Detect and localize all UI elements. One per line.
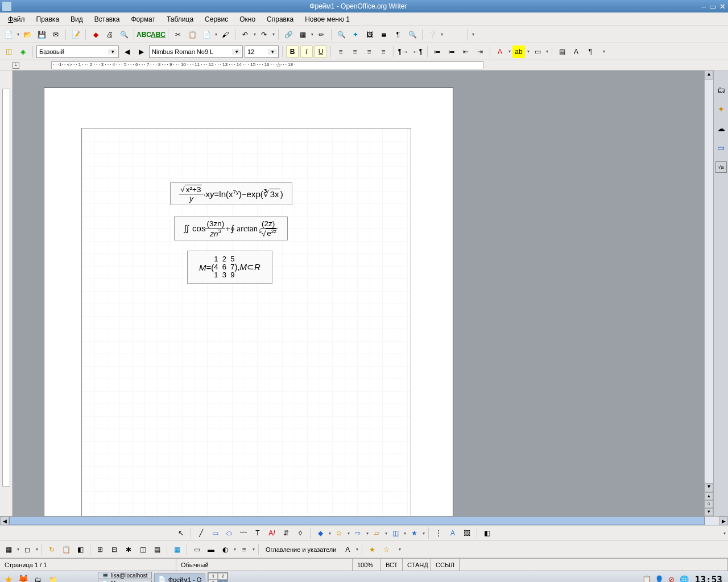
nav-button[interactable]: ○ [705,500,713,508]
status-page[interactable]: Страница 1 / 1 [0,559,176,571]
menu-view[interactable]: Вид [65,14,89,25]
horizontal-ruler[interactable]: └ · · ·1· · ·⌂· · · 1 · · · 2 · · · 3 · … [0,60,728,70]
text-frame[interactable]: √x²+3y ·xy=ln(x7y)−exp(∛3x) ∬ cos(3zn)zn… [81,128,411,516]
undo-dropdown-arrow[interactable]: ▾ [254,32,256,37]
extra-btn-9[interactable]: ◫ [136,543,149,556]
font-size-arrow[interactable]: ▾ [268,49,277,55]
highlight-arrow[interactable]: ▾ [527,49,530,54]
horizontal-scrollbar[interactable]: ◀ ▶ [0,516,728,525]
highlight-button[interactable]: ab [512,45,525,58]
line-tool-button[interactable]: ╱ [195,527,207,539]
menu-help[interactable]: Справка [261,14,299,25]
font-name-input[interactable] [150,48,232,55]
symbol-shapes-button[interactable]: ☺ [333,527,345,539]
tray-icon-3[interactable]: ⊘ [667,575,677,583]
extra-btn-2[interactable]: ◻ [21,543,34,556]
nonprinting-button[interactable]: ¶ [392,28,404,41]
callouts-arrow[interactable]: ▾ [404,531,406,536]
callouts-button[interactable]: ◫ [389,527,402,539]
extra-btn-14[interactable]: ◐ [219,543,231,556]
align-right-button[interactable]: ≡ [363,45,375,58]
font-name-dropdown[interactable]: ▾ [149,45,243,58]
toolbar-overflow-arrow[interactable]: ▾ [472,32,474,37]
desktop-3[interactable]: 3 [208,580,218,583]
vscroll-track[interactable] [705,80,713,483]
close-button[interactable]: ✕ [719,2,726,11]
status-zoom[interactable]: 100% [353,559,381,571]
extra-btn-11[interactable]: ▦ [171,543,183,556]
toolbar2-overflow-arrow[interactable]: ▾ [603,49,605,54]
find-button[interactable]: 🔍 [335,28,348,41]
arrows-arrow[interactable]: ▾ [366,531,369,536]
tray-icon-2[interactable]: 👤 [654,575,664,583]
underline-button[interactable]: U [315,45,327,58]
sidebar-tool4-icon[interactable]: ▭ [715,142,727,153]
extra-btn-15[interactable]: ≡ [238,543,250,556]
extra-btn-18[interactable]: ☆ [380,543,392,556]
bg-color-arrow[interactable]: ▾ [546,49,548,54]
hscroll-thumb[interactable] [9,517,705,525]
styles-window-button[interactable]: ◫ [2,45,15,58]
flowchart-button[interactable]: ▱ [370,527,383,539]
next-page-button[interactable]: ▾ [705,508,713,516]
extra-btn-17[interactable]: ★ [366,543,378,556]
bullets-button[interactable]: ≔ [445,45,458,58]
extra-btn-13[interactable]: ▬ [205,543,217,556]
new-dropdown-arrow[interactable]: ▾ [17,32,19,37]
print-preview-button[interactable]: 🔍 [118,28,130,41]
page[interactable]: √x²+3y ·xy=ln(x7y)−exp(∛3x) ∬ cos(3zn)zn… [44,88,453,516]
open-button[interactable]: 📂 [21,28,34,41]
font-name-arrow[interactable]: ▾ [232,49,241,55]
align-center-button[interactable]: ≡ [349,45,361,58]
extra-btn-10[interactable]: ▤ [151,543,163,556]
prev-style-button[interactable]: ◀ [121,45,133,58]
document-canvas[interactable]: √x²+3y ·xy=ln(x7y)−exp(∛3x) ∬ cos(3zn)zn… [13,70,704,516]
basic-shapes-arrow[interactable]: ▾ [329,531,331,536]
font-size-input[interactable] [245,48,268,55]
rtl-button[interactable]: ←¶ [411,45,424,58]
fontwork-A-button[interactable]: AI [266,527,278,539]
task-methodichka[interactable]: 📄 Методичка [98,580,152,582]
align-left-button[interactable]: ≡ [334,45,347,58]
zoom-button[interactable]: 🔍 [406,28,419,41]
menu-format[interactable]: Формат [125,14,161,25]
extrusion-button[interactable]: ◧ [481,527,493,539]
align-justify-button[interactable]: ≡ [377,45,390,58]
paragraph-style-arrow[interactable]: ▾ [108,49,117,55]
spellcheck-button[interactable]: ABC [138,28,150,41]
save-button[interactable]: 💾 [35,28,48,41]
email-button[interactable]: ✉ [49,28,62,41]
files-icon[interactable]: 📁 [47,573,59,583]
bold-button[interactable]: B [286,45,299,58]
table-dropdown-arrow[interactable]: ▾ [311,32,313,37]
fontwork-gallery-button[interactable]: A [446,527,459,539]
help-dropdown-arrow[interactable]: ▾ [441,32,443,37]
cut-button[interactable]: ✂ [172,28,184,41]
select-all-button[interactable]: ▤ [556,45,568,58]
copy-button[interactable]: 📋 [186,28,198,41]
stars-arrow[interactable]: ▾ [423,531,425,536]
extra-btn-7[interactable]: ⊟ [108,543,121,556]
status-standard[interactable]: СТАНД [403,559,431,571]
from-file-button[interactable]: 🖼 [461,527,473,539]
callout-tool-button[interactable]: ◊ [294,527,307,539]
help-button[interactable]: ❔ [426,28,439,41]
extra-btn-6[interactable]: ⊞ [94,543,106,556]
sidebar-gallery-icon[interactable]: 🗂 [715,84,727,95]
task-terminal[interactable]: 💻 lisa@localhost [98,572,152,579]
vertical-text-button[interactable]: ⇵ [280,527,292,539]
desktop-4[interactable]: 4 [218,580,228,583]
gallery-button[interactable]: 🖼 [363,28,376,41]
extra-arrow-14[interactable]: ▾ [234,547,236,552]
redo-dropdown-arrow[interactable]: ▾ [272,32,275,37]
numbering-button[interactable]: ≔ [431,45,444,58]
scroll-up-button[interactable]: ▲ [705,70,713,80]
firefox-icon[interactable]: 🦊 [17,573,30,583]
menu-file[interactable]: Файл [2,14,31,25]
menu-edit[interactable]: Правка [31,14,65,25]
apps-icon[interactable]: 🗂 [32,573,44,583]
basic-shapes-button[interactable]: ◆ [314,527,326,539]
font-color-button[interactable]: A [494,45,506,58]
character-button[interactable]: A [570,45,582,58]
hscroll-track[interactable] [9,517,719,525]
